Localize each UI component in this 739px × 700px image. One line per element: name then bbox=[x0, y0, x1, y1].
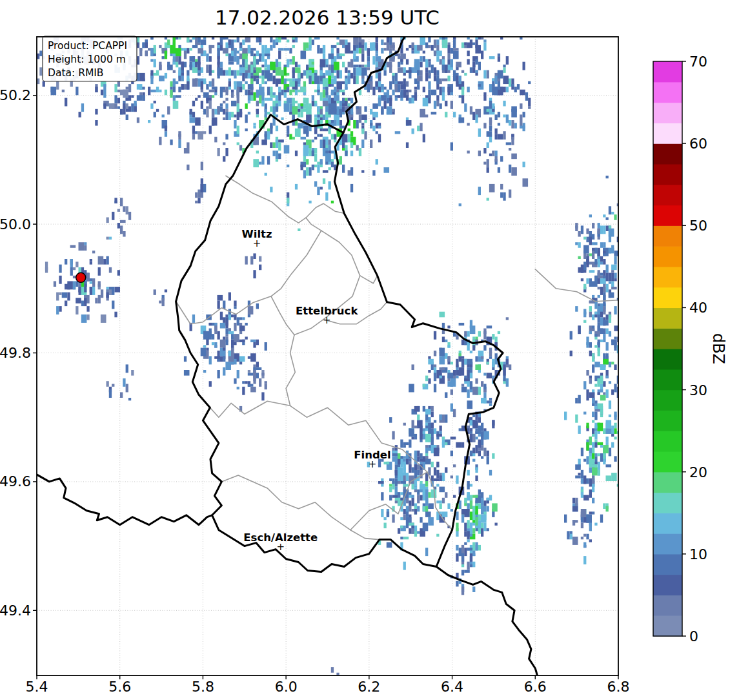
echo-cell bbox=[475, 431, 481, 434]
echo-cell bbox=[181, 73, 184, 76]
echo-cell bbox=[361, 48, 364, 54]
echo-cell bbox=[594, 276, 597, 284]
echo-cell bbox=[220, 312, 223, 320]
echo-cell bbox=[250, 73, 253, 76]
echo-cell bbox=[372, 56, 375, 65]
echo-cell bbox=[289, 62, 292, 65]
echo-cell bbox=[450, 475, 453, 478]
echo-cell bbox=[206, 54, 208, 62]
echo-cell bbox=[440, 376, 442, 378]
echo-cell bbox=[434, 428, 436, 434]
echo-cell bbox=[62, 293, 68, 298]
echo-cell bbox=[323, 129, 329, 131]
colorbar-segment bbox=[653, 451, 682, 472]
echo-cell bbox=[353, 54, 356, 59]
echo-cell bbox=[478, 84, 481, 87]
echo-cell bbox=[225, 148, 228, 156]
echo-cell bbox=[611, 473, 617, 481]
echo-cell bbox=[436, 434, 442, 437]
echo-cell bbox=[389, 417, 392, 423]
echo-cell bbox=[589, 278, 592, 287]
echo-cell bbox=[583, 412, 586, 415]
echo-cell bbox=[370, 109, 372, 115]
echo-cell bbox=[156, 70, 159, 76]
echo-cell bbox=[276, 139, 278, 148]
echo-cell bbox=[614, 278, 616, 281]
echo-cell bbox=[467, 539, 470, 542]
echo-cell bbox=[256, 367, 262, 370]
echo-cell bbox=[154, 112, 156, 118]
echo-cell bbox=[101, 289, 103, 298]
echo-cell bbox=[320, 59, 326, 67]
echo-cell bbox=[81, 103, 84, 112]
echo-cell bbox=[242, 317, 245, 320]
echo-cell bbox=[376, 131, 378, 134]
echo-cell bbox=[592, 329, 594, 331]
echo-cell bbox=[423, 523, 429, 531]
echo-cell bbox=[423, 384, 425, 387]
echo-cell bbox=[414, 434, 417, 440]
echo-cell bbox=[478, 331, 481, 337]
echo-cell bbox=[225, 362, 231, 370]
echo-cell bbox=[589, 301, 592, 304]
echo-cell bbox=[456, 370, 461, 376]
echo-cell bbox=[317, 187, 319, 195]
colorbar-segment bbox=[653, 328, 682, 349]
echo-cell bbox=[372, 87, 375, 95]
echo-cell bbox=[197, 62, 200, 70]
echo-cell bbox=[592, 468, 598, 476]
echo-cell bbox=[209, 356, 212, 365]
echo-cell bbox=[392, 43, 394, 51]
echo-cell bbox=[575, 498, 578, 506]
echo-cell bbox=[523, 162, 525, 168]
echo-cell bbox=[478, 417, 481, 423]
echo-cell bbox=[156, 87, 159, 92]
echo-cell bbox=[372, 170, 375, 176]
echo-cell bbox=[592, 420, 594, 422]
echo-cell bbox=[361, 67, 367, 76]
echo-cell bbox=[295, 90, 298, 96]
echo-cell bbox=[428, 59, 430, 61]
echo-cell bbox=[295, 150, 298, 156]
echo-cell bbox=[336, 90, 339, 92]
colorbar-tick-label: 40 bbox=[689, 300, 707, 316]
echo-cell bbox=[503, 76, 509, 84]
echo-cell bbox=[445, 392, 447, 398]
echo-cell bbox=[306, 131, 309, 137]
echo-cell bbox=[478, 440, 481, 448]
echo-cell bbox=[589, 456, 592, 464]
echo-cell bbox=[350, 184, 353, 192]
echo-cell bbox=[389, 65, 392, 73]
x-tick-label: 5.8 bbox=[192, 679, 214, 695]
echo-cell bbox=[345, 67, 347, 73]
echo-cell bbox=[478, 62, 481, 70]
echo-cell bbox=[425, 67, 428, 73]
echo-cell bbox=[611, 212, 614, 214]
echo-cell bbox=[348, 170, 350, 176]
echo-cell bbox=[581, 492, 583, 498]
echo-cell bbox=[417, 126, 420, 132]
echo-cell bbox=[503, 65, 505, 67]
echo-cell bbox=[567, 531, 569, 539]
echo-cell bbox=[392, 479, 394, 484]
echo-cell bbox=[428, 359, 434, 365]
echo-cell bbox=[270, 123, 272, 129]
echo-cell bbox=[583, 475, 586, 484]
echo-cell bbox=[242, 387, 245, 395]
echo-cell bbox=[589, 312, 592, 318]
echo-cell bbox=[278, 101, 281, 107]
echo-cell bbox=[412, 43, 414, 48]
echo-cell bbox=[309, 201, 311, 203]
echo-cell bbox=[442, 336, 445, 342]
echo-cell bbox=[334, 107, 336, 112]
echo-cell bbox=[600, 515, 603, 523]
echo-cell bbox=[287, 165, 289, 167]
echo-cell bbox=[265, 381, 267, 384]
echo-cell bbox=[237, 34, 239, 43]
echo-cell bbox=[250, 48, 256, 50]
echo-cell bbox=[139, 48, 142, 56]
echo-cell bbox=[284, 48, 290, 50]
echo-cell bbox=[178, 56, 181, 65]
echo-cell bbox=[436, 95, 439, 101]
echo-cell bbox=[120, 109, 123, 115]
